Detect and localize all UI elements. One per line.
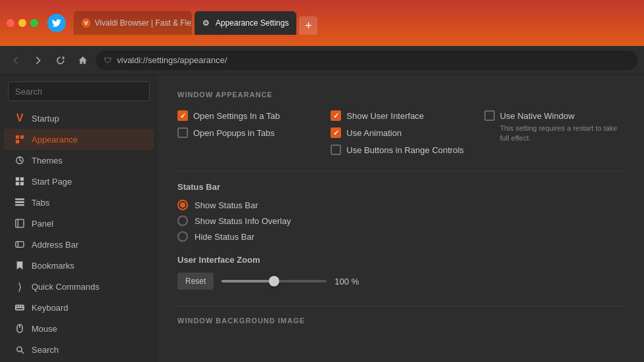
radio-hide-status-bar-label: Hide Status Bar: [195, 232, 254, 242]
settings-content: WINDOW APPEARANCE Open Settings In a Tab…: [158, 75, 644, 362]
tab-vivaldi-label: Vivaldi Browser | Fast & Flexi...: [95, 18, 192, 28]
svg-rect-9: [15, 201, 24, 203]
forward-button[interactable]: [29, 51, 47, 70]
svg-point-23: [16, 346, 21, 351]
sidebar-item-start-page[interactable]: Start Page: [4, 171, 154, 192]
search-input[interactable]: [8, 81, 150, 101]
slider-thumb[interactable]: [269, 276, 279, 286]
radio-show-status-bar-label: Show Status Bar: [195, 200, 258, 210]
col1: Open Settings In a Tab Open Popups in Ta…: [177, 110, 317, 155]
sidebar-item-panel[interactable]: Panel: [4, 213, 154, 234]
sidebar-item-search-label: Search: [32, 345, 58, 355]
zoom-slider[interactable]: [221, 275, 327, 288]
title-bar: V Vivaldi Browser | Fast & Flexi... ⚙ Ap…: [0, 0, 644, 46]
svg-rect-13: [16, 242, 24, 248]
radio-show-status-info-overlay[interactable]: Show Status Info Overlay: [177, 215, 624, 226]
zoom-reset-button[interactable]: Reset: [177, 273, 214, 290]
checkbox-native-window-box[interactable]: [484, 110, 495, 121]
svg-rect-15: [15, 305, 24, 311]
checkbox-native-window-label: Use Native Window: [500, 111, 574, 121]
sidebar-item-themes[interactable]: Themes: [4, 150, 154, 171]
sidebar-item-tabs[interactable]: Tabs: [4, 192, 154, 213]
search-icon: [14, 344, 25, 355]
divider2: [177, 305, 624, 306]
startup-icon: V: [14, 113, 25, 124]
new-tab-button[interactable]: +: [299, 16, 317, 35]
sidebar-item-bookmarks[interactable]: Bookmarks: [4, 255, 154, 276]
address-bar-shield-icon: 🛡: [104, 56, 112, 65]
back-button[interactable]: [7, 51, 25, 70]
svg-rect-0: [16, 135, 19, 139]
tabs-icon: [14, 197, 25, 208]
sidebar-item-startup-label: Startup: [32, 114, 59, 124]
sidebar-item-mouse[interactable]: Mouse: [4, 318, 154, 339]
sidebar-item-appearance-label: Appearance: [32, 135, 78, 145]
zoom-value: 100 %: [334, 277, 359, 286]
sidebar-item-start-page-label: Start Page: [32, 177, 72, 187]
col2: Show User Interface Use Animation Use Bu…: [331, 110, 471, 155]
sidebar-item-search[interactable]: Search: [4, 339, 154, 360]
checkbox-show-ui-box[interactable]: [331, 110, 341, 121]
checkbox-grid: Open Settings In a Tab Open Popups in Ta…: [177, 110, 624, 155]
svg-rect-1: [20, 135, 24, 139]
sidebar: V Startup Appearance Themes Start Page: [0, 75, 158, 362]
checkbox-use-animation-label: Use Animation: [346, 128, 402, 138]
sidebar-item-keyboard-label: Keyboard: [32, 303, 68, 313]
svg-rect-19: [23, 305, 24, 307]
sidebar-item-bookmarks-label: Bookmarks: [32, 261, 74, 271]
radio-show-status-bar-control[interactable]: [177, 200, 188, 210]
svg-rect-8: [15, 198, 24, 200]
sidebar-search-wrapper: [0, 81, 158, 108]
sidebar-item-address-bar[interactable]: Address Bar: [4, 234, 154, 255]
checkbox-use-buttons[interactable]: Use Buttons in Range Controls: [331, 145, 471, 155]
window-bg-title: WINDOW BACKGROUND IMAGE: [177, 317, 624, 325]
checkbox-open-popups-box[interactable]: [177, 127, 188, 138]
checkbox-use-animation[interactable]: Use Animation: [331, 127, 471, 138]
sidebar-item-quick-commands[interactable]: ⟩ Quick Commands: [4, 276, 154, 297]
minimize-button[interactable]: [18, 19, 26, 27]
checkbox-native-window[interactable]: Use Native Window: [484, 110, 624, 121]
sidebar-item-startup[interactable]: V Startup: [4, 108, 154, 129]
tab-vivaldi[interactable]: V Vivaldi Browser | Fast & Flexi...: [74, 11, 192, 35]
home-button[interactable]: [74, 51, 92, 70]
radio-hide-status-bar-control[interactable]: [177, 231, 188, 242]
radio-show-status-bar[interactable]: Show Status Bar: [177, 200, 624, 210]
sidebar-item-appearance[interactable]: Appearance: [4, 129, 154, 150]
divider1: [177, 171, 624, 171]
checkbox-show-ui-label: Show User Interface: [346, 111, 424, 121]
close-button[interactable]: [7, 19, 14, 27]
window-appearance-title: WINDOW APPEARANCE: [177, 91, 624, 99]
sidebar-item-keyboard[interactable]: Keyboard: [4, 297, 154, 318]
tab-appearance-settings[interactable]: ⚙ Appearance Settings: [195, 11, 296, 35]
checkbox-show-ui[interactable]: Show User Interface: [331, 110, 471, 121]
svg-rect-6: [16, 182, 19, 185]
tabs-row: V Vivaldi Browser | Fast & Flexi... ⚙ Ap…: [74, 11, 637, 35]
tab-appearance-label: Appearance Settings: [216, 18, 288, 28]
svg-rect-10: [15, 204, 24, 206]
native-window-desc: This setting requires a restart to take …: [500, 124, 624, 144]
svg-rect-4: [16, 177, 19, 181]
svg-rect-20: [16, 308, 24, 309]
checkbox-use-buttons-box[interactable]: [331, 145, 341, 155]
sidebar-item-panel-label: Panel: [32, 219, 53, 229]
svg-rect-11: [16, 219, 24, 227]
radio-show-status-info-overlay-label: Show Status Info Overlay: [195, 216, 291, 226]
checkbox-open-settings-tab[interactable]: Open Settings In a Tab: [177, 110, 317, 121]
svg-line-24: [21, 351, 24, 353]
checkbox-open-settings-tab-box[interactable]: [177, 110, 188, 121]
radio-show-status-info-overlay-control[interactable]: [177, 215, 188, 226]
svg-rect-2: [16, 140, 19, 143]
maximize-button[interactable]: [30, 19, 38, 27]
radio-hide-status-bar[interactable]: Hide Status Bar: [177, 231, 624, 242]
status-bar-title: Status Bar: [177, 182, 624, 192]
settings-favicon: ⚙: [202, 18, 212, 28]
sidebar-item-mouse-label: Mouse: [32, 324, 57, 334]
keyboard-icon: [14, 302, 25, 313]
mouse-icon: [14, 323, 25, 334]
reload-button[interactable]: [51, 51, 70, 70]
panel-icon: [14, 218, 25, 229]
checkbox-use-animation-box[interactable]: [331, 127, 341, 138]
checkbox-open-popups[interactable]: Open Popups in Tabs: [177, 127, 317, 138]
address-bar[interactable]: 🛡 vivaldi://settings/appearance/: [96, 51, 637, 70]
start-page-icon: [14, 176, 25, 187]
